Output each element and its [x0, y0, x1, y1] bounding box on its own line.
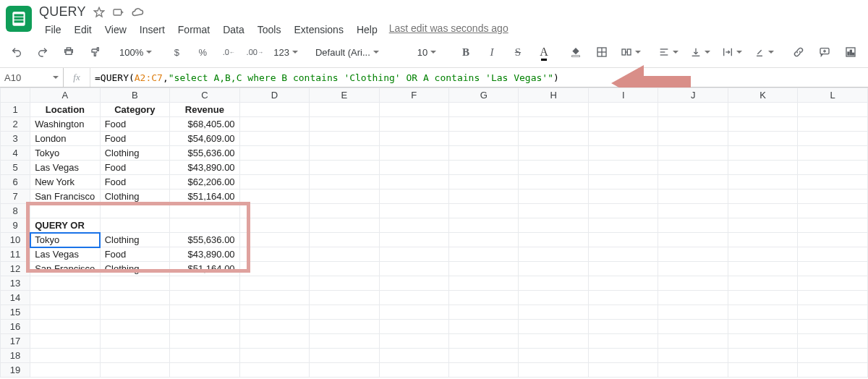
cell[interactable]: [449, 117, 519, 132]
cell[interactable]: [728, 132, 797, 146]
cell[interactable]: [30, 276, 100, 291]
cell[interactable]: [519, 103, 588, 117]
cell[interactable]: [588, 276, 658, 291]
cell[interactable]: [379, 117, 448, 132]
cell[interactable]: [658, 204, 728, 218]
cell[interactable]: [658, 218, 728, 233]
col-header[interactable]: A: [30, 88, 100, 103]
cell[interactable]: [798, 103, 868, 117]
select-all-corner[interactable]: [1, 88, 30, 103]
cell[interactable]: [519, 161, 588, 175]
menu-data[interactable]: Data: [217, 22, 250, 37]
last-edit-link[interactable]: Last edit was seconds ago: [389, 22, 509, 37]
cell[interactable]: [449, 349, 519, 363]
cell[interactable]: [519, 146, 588, 161]
row-header[interactable]: 19: [1, 363, 30, 378]
cell[interactable]: $51,164.00: [170, 190, 239, 204]
cell[interactable]: [100, 334, 169, 349]
cell[interactable]: [588, 132, 658, 146]
paint-format-icon[interactable]: [82, 42, 107, 62]
cell[interactable]: Food: [100, 117, 169, 132]
cell[interactable]: [588, 117, 658, 132]
cell[interactable]: [519, 262, 588, 276]
cell[interactable]: [449, 161, 519, 175]
star-icon[interactable]: [93, 7, 105, 18]
cell[interactable]: [588, 247, 658, 262]
cell[interactable]: [798, 146, 868, 161]
cell[interactable]: [310, 305, 379, 320]
cloud-status-icon[interactable]: [131, 6, 144, 19]
cell[interactable]: [588, 218, 658, 233]
cell[interactable]: [379, 233, 448, 247]
cell[interactable]: [728, 190, 797, 204]
merge-cells-icon[interactable]: [616, 42, 646, 62]
cell[interactable]: $54,609.00: [170, 132, 239, 146]
cell[interactable]: [449, 247, 519, 262]
cell[interactable]: [310, 146, 379, 161]
cell[interactable]: [379, 204, 448, 218]
spreadsheet-grid[interactable]: A B C D E F G H I J K L 1 Location Categ…: [0, 88, 868, 378]
row-header[interactable]: 3: [1, 132, 30, 146]
cell[interactable]: Food: [100, 175, 169, 190]
undo-icon[interactable]: [4, 42, 29, 62]
cell[interactable]: [728, 276, 797, 291]
cell[interactable]: [170, 349, 239, 363]
cell[interactable]: [798, 291, 868, 305]
cell[interactable]: [310, 233, 379, 247]
cell[interactable]: [310, 320, 379, 334]
cell[interactable]: [449, 233, 519, 247]
cell[interactable]: $43,890.00: [170, 247, 239, 262]
cell[interactable]: [310, 262, 379, 276]
cell[interactable]: [239, 291, 309, 305]
cell[interactable]: [728, 320, 797, 334]
cell[interactable]: [658, 233, 728, 247]
row-header[interactable]: 13: [1, 276, 30, 291]
cell[interactable]: [310, 247, 379, 262]
cell[interactable]: [239, 233, 309, 247]
sheets-logo-icon[interactable]: [6, 6, 32, 32]
cell[interactable]: $68,405.00: [170, 117, 239, 132]
cell[interactable]: [449, 190, 519, 204]
cell[interactable]: [310, 132, 379, 146]
cell[interactable]: [519, 175, 588, 190]
cell[interactable]: [30, 349, 100, 363]
row-header[interactable]: 10: [1, 233, 30, 247]
col-header[interactable]: I: [588, 88, 658, 103]
percent-icon[interactable]: %: [190, 42, 215, 62]
row-header[interactable]: 1: [1, 103, 30, 117]
cell[interactable]: [379, 291, 448, 305]
cell[interactable]: [798, 349, 868, 363]
row-header[interactable]: 5: [1, 161, 30, 175]
cell[interactable]: [658, 334, 728, 349]
cell[interactable]: [379, 320, 448, 334]
menu-edit[interactable]: Edit: [69, 22, 98, 37]
print-icon[interactable]: [56, 42, 81, 62]
cell[interactable]: [519, 276, 588, 291]
cell[interactable]: QUERY OR: [30, 218, 100, 233]
cell[interactable]: [658, 276, 728, 291]
col-header[interactable]: H: [519, 88, 588, 103]
cell[interactable]: [379, 276, 448, 291]
redo-icon[interactable]: [30, 42, 55, 62]
cell[interactable]: [239, 334, 309, 349]
cell[interactable]: [100, 349, 169, 363]
cell[interactable]: [798, 117, 868, 132]
cell[interactable]: [449, 175, 519, 190]
cell[interactable]: [798, 233, 868, 247]
cell[interactable]: Category: [100, 103, 169, 117]
cell[interactable]: [588, 334, 658, 349]
menu-insert[interactable]: Insert: [134, 22, 171, 37]
cell[interactable]: [798, 334, 868, 349]
text-rotate-icon[interactable]: [749, 42, 779, 62]
col-header[interactable]: B: [100, 88, 169, 103]
col-header[interactable]: K: [728, 88, 797, 103]
cell[interactable]: [379, 363, 448, 378]
cell[interactable]: $55,636.00: [170, 146, 239, 161]
cell[interactable]: Revenue: [170, 103, 239, 117]
cell[interactable]: [379, 262, 448, 276]
cell[interactable]: [519, 132, 588, 146]
cell[interactable]: [310, 363, 379, 378]
cell[interactable]: [728, 262, 797, 276]
cell[interactable]: [588, 190, 658, 204]
selected-cell[interactable]: Tokyo: [30, 233, 100, 247]
